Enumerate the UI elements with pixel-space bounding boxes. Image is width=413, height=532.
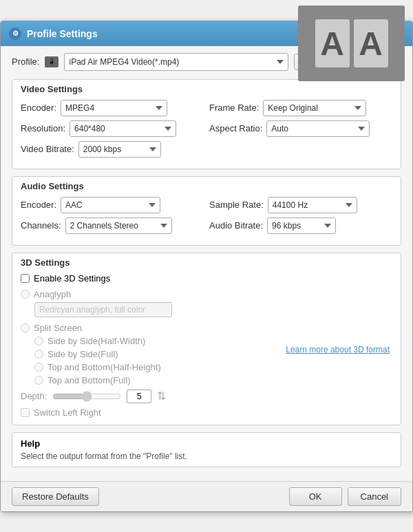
switch-checkbox[interactable]	[21, 408, 30, 417]
resolution-label: Resolution:	[21, 123, 65, 134]
footer-right: OK Cancel	[289, 487, 401, 506]
video-settings-section: Video Settings Encoder: MPEG4 Frame Rate…	[12, 79, 401, 169]
bitrate-label: Video Bitrate:	[21, 144, 74, 154]
depth-spinner: ⇅	[157, 390, 166, 403]
top-half-label: Top and Bottom(Half-Height)	[47, 362, 161, 372]
bitrate-select[interactable]: 2000 kbps	[78, 141, 161, 158]
video-settings-title: Video Settings	[21, 84, 392, 94]
app-icon: ⚙	[9, 28, 21, 40]
depth-row: Depth: ⇅	[21, 390, 279, 403]
anaglyph-radio-row: Anaglyph	[21, 289, 279, 299]
help-section: Help Select the output format from the "…	[12, 432, 401, 467]
channels-row: Channels: 2 Channels Stereo Audio Bitrat…	[21, 217, 392, 234]
resolution-row: Resolution: 640*480 Aspect Ratio: Auto	[21, 120, 392, 137]
framerate-label: Frame Rate:	[209, 103, 259, 113]
audio-encoder-label: Encoder:	[21, 200, 56, 210]
encoder-select[interactable]: MPEG4	[61, 100, 167, 116]
audio-settings-section: Audio Settings Encoder: AAC Sample Rate:…	[12, 176, 401, 246]
restore-defaults-button[interactable]: Restore Defaults	[12, 487, 99, 506]
audio-encoder-select[interactable]: AAC	[61, 197, 160, 213]
encoder-row: Encoder: MPEG4 Frame Rate: Keep Original	[21, 100, 392, 116]
side-half-radio[interactable]	[34, 337, 43, 345]
ok-button[interactable]: OK	[289, 487, 342, 506]
audiobitrate-select[interactable]: 96 kbps	[267, 217, 336, 234]
profile-settings-dialog: ⚙ Profile Settings × Profile: 📱 iPad Air…	[0, 21, 413, 512]
anaglyph-label: Anaglyph	[34, 289, 71, 299]
title-bar-left: ⚙ Profile Settings	[9, 28, 98, 40]
switch-row: Switch Left Right	[21, 407, 279, 418]
window-title: Profile Settings	[27, 28, 98, 39]
side-full-row: Side by Side(Full)	[34, 349, 279, 359]
side-full-radio[interactable]	[34, 350, 43, 359]
3d-settings-title: 3D Settings	[21, 257, 392, 268]
anaglyph-radio[interactable]	[21, 290, 30, 299]
anaglyph-select[interactable]: Red/cyan anaglyph, full color	[34, 302, 172, 317]
switch-label: Switch Left Right	[34, 407, 101, 418]
profile-label: Profile:	[12, 56, 39, 67]
enable-3d-label[interactable]: Enable 3D Settings	[34, 273, 110, 284]
3d-settings-section: 3D Settings Enable 3D Settings Anaglyph …	[12, 253, 401, 425]
framerate-select[interactable]: Keep Original	[263, 100, 366, 116]
footer: Restore Defaults OK Cancel	[1, 481, 412, 511]
side-half-row: Side by Side(Half-Width)	[34, 336, 279, 346]
depth-label: Depth:	[21, 391, 47, 401]
channels-label: Channels:	[21, 220, 61, 231]
depth-value[interactable]	[127, 390, 151, 403]
samplerate-label: Sample Rate:	[209, 200, 264, 210]
split-screen-radio-row: Split Screen	[21, 323, 279, 333]
bitrate-row: Video Bitrate: 2000 kbps	[21, 141, 392, 158]
profile-device-icon: 📱	[45, 56, 59, 67]
depth-slider[interactable]	[52, 391, 121, 402]
audio-settings-title: Audio Settings	[21, 181, 392, 191]
profile-select[interactable]: iPad Air MPEG4 Video(*.mp4)	[64, 53, 288, 71]
resolution-select[interactable]: 640*480	[70, 120, 176, 137]
top-half-radio[interactable]	[34, 363, 43, 372]
aspect-label: Aspect Ratio:	[209, 123, 262, 134]
top-full-row: Top and Bottom(Full)	[34, 375, 279, 385]
split-screen-label: Split Screen	[34, 323, 82, 333]
help-text: Select the output format from the "Profi…	[21, 451, 392, 461]
aspect-select[interactable]: Auto	[266, 120, 370, 137]
encoder-label: Encoder:	[21, 103, 56, 113]
help-title: Help	[21, 438, 392, 449]
cancel-button[interactable]: Cancel	[348, 487, 401, 506]
3d-preview: A A	[298, 21, 405, 82]
enable-3d-row: Enable 3D Settings	[21, 273, 392, 284]
audiobitrate-label: Audio Bitrate:	[209, 220, 263, 231]
samplerate-select[interactable]: 44100 Hz	[268, 197, 357, 213]
top-half-row: Top and Bottom(Half-Height)	[34, 362, 279, 372]
dialog-body: Profile: 📱 iPad Air MPEG4 Video(*.mp4) S…	[1, 46, 412, 481]
enable-3d-checkbox[interactable]	[21, 274, 30, 283]
preview-a-left: A	[315, 21, 350, 68]
learn-more-link[interactable]: Learn more about 3D format	[286, 345, 390, 354]
side-half-label: Side by Side(Half-Width)	[47, 336, 145, 346]
channels-select[interactable]: 2 Channels Stereo	[65, 217, 172, 234]
top-full-label: Top and Bottom(Full)	[47, 375, 131, 385]
preview-a-right: A	[354, 21, 388, 68]
audio-encoder-row: Encoder: AAC Sample Rate: 44100 Hz	[21, 197, 392, 213]
top-full-radio[interactable]	[34, 376, 43, 385]
split-screen-radio[interactable]	[21, 323, 30, 332]
side-full-label: Side by Side(Full)	[47, 349, 118, 359]
